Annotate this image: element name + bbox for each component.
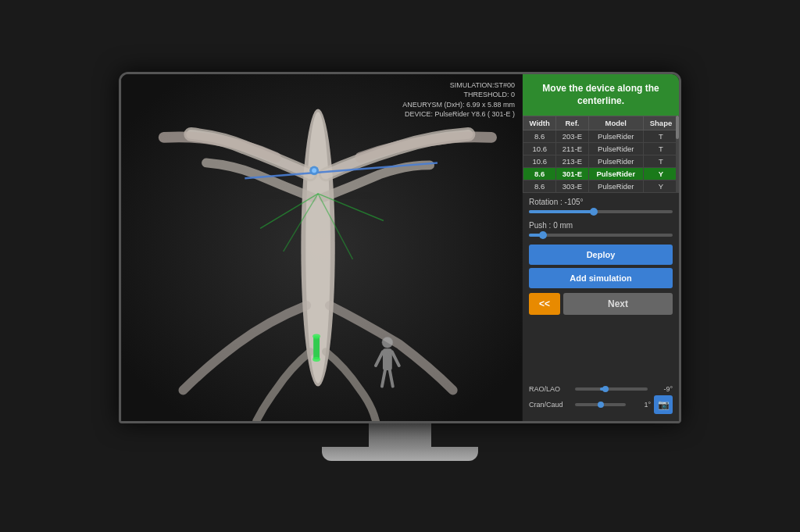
col-header-shape: Shape: [643, 116, 678, 130]
camera-icon: 📷: [658, 399, 670, 410]
sim-line3: ANEURYSM (DxH): 6.99 x 5.88 mm: [402, 100, 515, 110]
monitor-screen: SIMULATION:ST#00 THRESHOLD: 0 ANEURYSM (…: [119, 72, 681, 423]
device-table: Width Ref. Model Shape 8.6 203-E PulseRi…: [523, 116, 679, 193]
device-table-container: Width Ref. Model Shape 8.6 203-E PulseRi…: [523, 116, 679, 193]
monitor-wrapper: SIMULATION:ST#00 THRESHOLD: 0 ANEURYSM (…: [119, 72, 681, 461]
viz-info: SIMULATION:ST#00 THRESHOLD: 0 ANEURYSM (…: [402, 80, 515, 120]
monitor-stand-base: [322, 447, 478, 461]
table-row[interactable]: 8.6 203-E PulseRider T: [523, 130, 679, 143]
deploy-button[interactable]: Deploy: [529, 245, 673, 265]
rao-lao-slider[interactable]: [575, 387, 648, 391]
table-row[interactable]: 10.6 213-E PulseRider T: [523, 155, 679, 168]
scrollbar-thumb: [676, 116, 679, 139]
controls-area: Rotation : -105° Push : 0 mm Deploy Add …: [523, 193, 679, 381]
cran-caud-thumb[interactable]: [598, 402, 604, 408]
col-header-width: Width: [523, 116, 556, 130]
rotation-thumb[interactable]: [590, 208, 598, 216]
instruction-box: Move the device along the centerline.: [523, 74, 679, 116]
rao-lao-label: RAO/LAO: [529, 385, 572, 393]
svg-rect-6: [313, 336, 320, 359]
add-simulation-button[interactable]: Add simulation: [529, 268, 673, 288]
table-row[interactable]: 10.6 211-E PulseRider T: [523, 143, 679, 155]
cran-caud-row: Cran/Caud 1° 📷: [529, 395, 673, 414]
push-thumb[interactable]: [539, 231, 547, 239]
rotation-fill: [529, 210, 594, 213]
table-scrollbar[interactable]: [676, 116, 679, 193]
svg-point-8: [312, 357, 320, 362]
sim-line4: DEVICE: PulseRider Y8.6 ( 301-E ): [402, 109, 515, 120]
table-row-selected[interactable]: 8.6 301-E PulseRider Y: [523, 168, 679, 180]
rotation-slider[interactable]: [529, 210, 673, 213]
rao-lao-row: RAO/LAO -9°: [529, 385, 673, 393]
col-header-model: Model: [588, 116, 643, 130]
back-button[interactable]: <<: [529, 293, 560, 315]
sim-line2: THRESHOLD: 0: [402, 90, 515, 100]
rao-lao-thumb[interactable]: [602, 386, 609, 392]
next-button[interactable]: Next: [563, 293, 673, 315]
nav-row: << Next: [529, 293, 673, 315]
svg-point-7: [312, 334, 320, 338]
monitor-stand-neck: [369, 423, 431, 447]
svg-point-5: [312, 168, 316, 173]
sim-line1: SIMULATION:ST#00: [402, 80, 515, 91]
cran-caud-label: Cran/Caud: [529, 401, 572, 409]
rao-lao-value: -9°: [651, 385, 673, 393]
svg-point-13: [382, 337, 393, 348]
viz-panel: SIMULATION:ST#00 THRESHOLD: 0 ANEURYSM (…: [121, 74, 523, 421]
camera-button[interactable]: 📷: [654, 395, 673, 414]
right-panel: Move the device along the centerline. Wi…: [523, 74, 679, 421]
angle-controls: RAO/LAO -9° Cran/Caud 1° 📷: [523, 382, 679, 421]
cran-caud-slider[interactable]: [575, 403, 626, 406]
rotation-label: Rotation : -105°: [529, 198, 673, 206]
vessel-visualization: [121, 74, 523, 421]
table-row[interactable]: 8.6 303-E PulseRider Y: [523, 180, 679, 193]
col-header-ref: Ref.: [556, 116, 588, 130]
cran-caud-value: 1°: [629, 401, 651, 409]
push-slider[interactable]: [529, 234, 673, 237]
push-label: Push : 0 mm: [529, 221, 673, 230]
